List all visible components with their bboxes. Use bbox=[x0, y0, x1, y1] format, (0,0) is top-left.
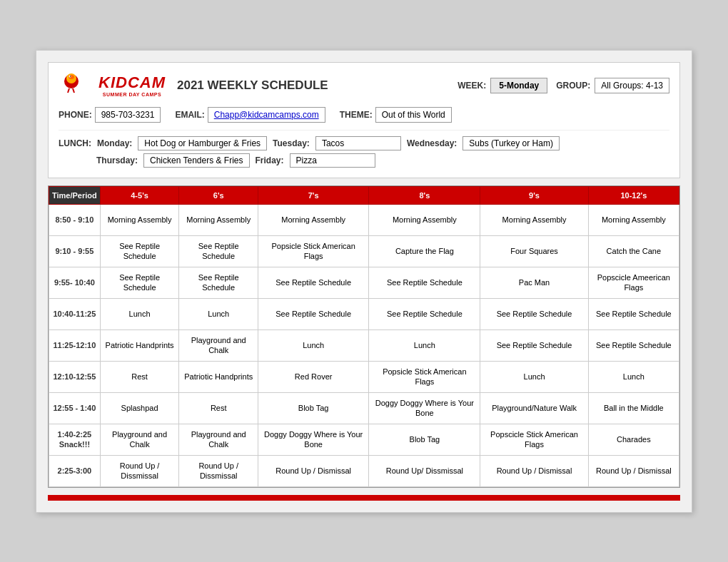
schedule-cell: See Reptile Schedule bbox=[179, 235, 258, 267]
schedule-cell: Morning Assembly bbox=[369, 204, 480, 235]
lunch-section: LUNCH: Monday: Hot Dog or Hamburger & Fr… bbox=[59, 130, 669, 168]
lunch-label: LUNCH: bbox=[59, 138, 91, 148]
schedule-cell: Four Squares bbox=[480, 235, 588, 267]
phone-group: PHONE: 985-703-3231 bbox=[59, 107, 161, 123]
thursday-label: Thursday: bbox=[96, 155, 138, 165]
schedule-cell: Round Up / Dissmissal bbox=[179, 455, 258, 486]
schedule-cell: Morning Assembly bbox=[588, 204, 679, 235]
friday-food: Pizza bbox=[290, 153, 375, 168]
email-link[interactable]: Chapp@kidcamcamps.com bbox=[214, 110, 319, 120]
schedule-cell: Lunch bbox=[480, 361, 588, 392]
group-label: GROUP: bbox=[556, 81, 590, 91]
table-row: 10:40-11:25LunchLunchSee Reptile Schedul… bbox=[49, 298, 679, 329]
header-row: Time/Period 4-5's 6's 7's 8's 9's 10-12'… bbox=[49, 186, 679, 204]
schedule-cell: See Reptile Schedule bbox=[179, 267, 258, 298]
schedule-cell: Round Up / Dismissal bbox=[258, 455, 369, 486]
schedule-cell: Splashpad bbox=[100, 392, 179, 424]
schedule-cell: Morning Assembly bbox=[258, 204, 369, 235]
thursday-food: Chicken Tenders & Fries bbox=[143, 153, 250, 168]
email-group: EMAIL: Chapp@kidcamcamps.com bbox=[175, 107, 325, 123]
schedule-cell: See Reptile Schedule bbox=[258, 267, 369, 298]
schedule-cell: Pac Man bbox=[480, 267, 588, 298]
svg-point-5 bbox=[70, 76, 71, 76]
schedule-cell: Round Up / Dismissal bbox=[588, 455, 679, 486]
col-header-6s: 6's bbox=[179, 186, 258, 204]
time-cell: 9:55- 10:40 bbox=[49, 267, 101, 298]
schedule-cell: Playground and Chalk bbox=[179, 424, 258, 455]
lunch-row-2: Thursday: Chicken Tenders & Fries Friday… bbox=[59, 153, 669, 168]
table-row: 2:25-3:00Round Up / DissmissalRound Up /… bbox=[49, 455, 679, 486]
tuesday-label: Tuesday: bbox=[273, 138, 310, 148]
group-group: GROUP: All Groups: 4-13 bbox=[556, 78, 669, 93]
time-cell: 1:40-2:25 Snack!!! bbox=[49, 424, 101, 455]
schedule-table-wrapper: Time/Period 4-5's 6's 7's 8's 9's 10-12'… bbox=[48, 185, 680, 488]
schedule-cell: Morning Assembly bbox=[179, 204, 258, 235]
schedule-cell: Morning Assembly bbox=[480, 204, 588, 235]
page-container: KIDCAM SUMMER DAY CAMPS 2021 WEEKLY SCHE… bbox=[36, 50, 692, 513]
email-value[interactable]: Chapp@kidcamcamps.com bbox=[208, 107, 325, 123]
kidcam-logo-icon bbox=[59, 70, 94, 101]
svg-line-7 bbox=[73, 88, 74, 93]
schedule-cell: Red Rover bbox=[258, 361, 369, 392]
schedule-cell: Doggy Doggy Where is Your Bone bbox=[369, 392, 480, 424]
schedule-cell: Doggy Doggy Where is Your Bone bbox=[258, 424, 369, 455]
tuesday-food: Tacos bbox=[315, 136, 401, 150]
schedule-cell: See Reptile Schedule bbox=[258, 298, 369, 329]
logo-area: KIDCAM SUMMER DAY CAMPS bbox=[59, 70, 166, 101]
schedule-cell: Popsicle Stick American Flags bbox=[369, 361, 480, 392]
schedule-cell: Ball in the Middle bbox=[588, 392, 679, 424]
schedule-cell: Blob Tag bbox=[258, 392, 369, 424]
time-cell: 12:10-12:55 bbox=[49, 361, 101, 392]
phone-value: 985-703-3231 bbox=[95, 107, 161, 123]
schedule-cell: Morning Assembly bbox=[100, 204, 179, 235]
time-cell: 9:10 - 9:55 bbox=[49, 235, 101, 267]
schedule-cell: Rest bbox=[179, 392, 258, 424]
schedule-cell: Round Up / Dissmissal bbox=[100, 455, 179, 486]
logo-text-group: KIDCAM SUMMER DAY CAMPS bbox=[98, 73, 166, 97]
table-row: 9:55- 10:40See Reptile ScheduleSee Repti… bbox=[49, 267, 679, 298]
wednesday-food: Subs (Turkey or Ham) bbox=[462, 136, 560, 150]
schedule-cell: See Reptile Schedule bbox=[588, 329, 679, 361]
schedule-cell: Lunch bbox=[588, 361, 679, 392]
header-row2: PHONE: 985-703-3231 EMAIL: Chapp@kidcamc… bbox=[59, 107, 669, 123]
schedule-table: Time/Period 4-5's 6's 7's 8's 9's 10-12'… bbox=[49, 186, 679, 487]
group-value: All Groups: 4-13 bbox=[595, 78, 669, 93]
wednesday-label: Wednesday: bbox=[407, 138, 457, 148]
schedule-cell: Charades bbox=[588, 424, 679, 455]
time-cell: 8:50 - 9:10 bbox=[49, 204, 101, 235]
table-row: 1:40-2:25 Snack!!!Playground and ChalkPl… bbox=[49, 424, 679, 455]
schedule-cell: Round Up/ Dissmissal bbox=[369, 455, 480, 486]
time-cell: 10:40-11:25 bbox=[49, 298, 101, 329]
week-value: 5-Monday bbox=[490, 78, 547, 93]
schedule-cell: Patriotic Handprints bbox=[100, 329, 179, 361]
schedule-cell: Lunch bbox=[369, 329, 480, 361]
theme-label: THEME: bbox=[340, 110, 373, 120]
schedule-cell: See Reptile Schedule bbox=[480, 298, 588, 329]
logo-tagline: SUMMER DAY CAMPS bbox=[98, 92, 166, 97]
svg-line-6 bbox=[68, 88, 69, 93]
table-row: 11:25-12:10Patriotic HandprintsPlaygroun… bbox=[49, 329, 679, 361]
table-row: 12:10-12:55RestPatriotic HandprintsRed R… bbox=[49, 361, 679, 392]
schedule-cell: Popscicle Stick American Flags bbox=[480, 424, 588, 455]
phone-label: PHONE: bbox=[59, 110, 92, 120]
email-label: EMAIL: bbox=[175, 110, 204, 120]
table-row: 9:10 - 9:55See Reptile ScheduleSee Repti… bbox=[49, 235, 679, 267]
col-header-7s: 7's bbox=[258, 186, 369, 204]
col-header-time: Time/Period bbox=[49, 186, 101, 204]
col-header-9s: 9's bbox=[480, 186, 588, 204]
header-row1: KIDCAM SUMMER DAY CAMPS 2021 WEEKLY SCHE… bbox=[59, 70, 669, 101]
schedule-title: 2021 WEEKLY SCHEDULE bbox=[177, 78, 449, 93]
monday-label: Monday: bbox=[97, 138, 132, 148]
schedule-cell: See Reptile Schedule bbox=[100, 235, 179, 267]
logo-brand: KIDCAM bbox=[98, 73, 166, 92]
schedule-cell: See Reptile Schedule bbox=[100, 267, 179, 298]
schedule-cell: Rest bbox=[100, 361, 179, 392]
schedule-cell: Round Up / Dismissal bbox=[480, 455, 588, 486]
week-label: WEEK: bbox=[457, 81, 486, 91]
footer-bar bbox=[48, 495, 680, 501]
schedule-cell: See Reptile Schedule bbox=[588, 298, 679, 329]
col-header-10-12s: 10-12's bbox=[588, 186, 679, 204]
lunch-row-1: LUNCH: Monday: Hot Dog or Hamburger & Fr… bbox=[59, 136, 669, 150]
week-group: WEEK: 5-Monday bbox=[457, 78, 547, 93]
header-section: KIDCAM SUMMER DAY CAMPS 2021 WEEKLY SCHE… bbox=[48, 62, 680, 178]
